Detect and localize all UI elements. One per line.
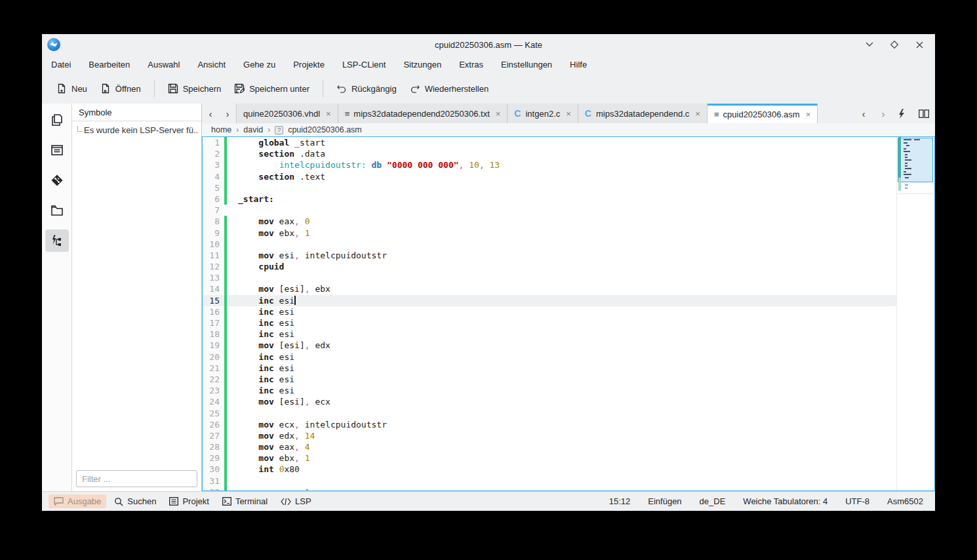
git-icon[interactable] [45, 169, 69, 191]
output-toolview-button[interactable]: Ausgabe [49, 494, 106, 508]
code-area[interactable]: 1 global _start2 section .data3 intelcpu… [203, 137, 896, 490]
terminal-toolview-button[interactable]: Terminal [217, 494, 273, 508]
breadcrumb-file[interactable]: cpuid20250306.asm [288, 125, 362, 134]
save-button[interactable]: Speichern [161, 79, 228, 98]
status-cursor-position[interactable]: 15:12 [609, 496, 631, 506]
text-file-icon: ≡ [714, 110, 719, 119]
status-tab-mode[interactable]: Weiche Tabulatoren: 4 [743, 496, 827, 506]
search-toolview-button[interactable]: Suchen [109, 494, 161, 508]
lsp-symbols-icon[interactable] [45, 230, 69, 252]
code-line-26[interactable]: 26 mov ecx, intelcpuidoutstr [203, 419, 896, 430]
menu-item-gehe-zu[interactable]: Gehe zu [243, 60, 275, 70]
undo-button[interactable]: Rückgängig [330, 79, 403, 98]
code-line-9[interactable]: 9 mov ebx, 1 [203, 228, 896, 239]
code-line-17[interactable]: 17 inc esi [203, 317, 896, 329]
lsp-toolview-button[interactable]: LSP [275, 494, 317, 508]
code-line-20[interactable]: 20 inc esi [203, 351, 896, 363]
code-line-21[interactable]: 21 inc esi [203, 363, 896, 374]
menu-item-datei[interactable]: Datei [51, 60, 71, 70]
minimap-code-mark [904, 142, 907, 144]
status-syntax-mode[interactable]: Asm6502 [887, 496, 923, 506]
code-line-23[interactable]: 23 inc esi [203, 385, 896, 396]
new-button[interactable]: Neu [50, 79, 94, 98]
status-dictionary[interactable]: de_DE [700, 496, 726, 506]
code-line-1[interactable]: 1 global _start [203, 137, 896, 148]
code-line-7[interactable]: 7 [203, 205, 896, 216]
tab-close-icon[interactable]: × [566, 109, 571, 119]
code-line-15[interactable]: 15 inc esi [203, 295, 896, 306]
line-number: 10 [203, 239, 222, 250]
tab-cpuid20250306-asm[interactable]: ≡cpuid20250306.asm× [708, 104, 818, 123]
minimap-viewport[interactable] [898, 138, 933, 182]
code-line-6[interactable]: 6_start: [203, 193, 896, 205]
code-line-30[interactable]: 30 int 0x80 [203, 464, 896, 475]
code-line-19[interactable]: 19 mov [esi], edx [203, 340, 896, 351]
documents-icon[interactable] [45, 109, 69, 131]
code-line-4[interactable]: 4 section .text [203, 171, 896, 182]
code-line-8[interactable]: 8 mov eax, 0 [203, 216, 896, 227]
open-button[interactable]: Öffnen [94, 79, 148, 98]
menu-item-projekte[interactable]: Projekte [293, 60, 325, 70]
tab-quine20250306-vhdl[interactable]: quine20250306.vhdl× [236, 104, 338, 123]
status-insert-mode[interactable]: Einfügen [648, 496, 681, 506]
menu-item-hilfe[interactable]: Hilfe [570, 60, 587, 70]
tab-close-icon[interactable]: × [496, 109, 501, 119]
breadcrumb-home[interactable]: home [211, 125, 231, 134]
code-line-12[interactable]: 12 cpuid [203, 261, 896, 272]
menu-item-sitzungen[interactable]: Sitzungen [403, 60, 441, 70]
code-line-18[interactable]: 18 inc esi [203, 329, 896, 340]
close-icon[interactable] [914, 39, 925, 50]
tab-close-icon[interactable]: × [326, 109, 331, 119]
code-line-29[interactable]: 29 mov ebx, 1 [203, 452, 896, 464]
tab-intgen2-c[interactable]: Cintgen2.c× [508, 104, 578, 123]
menu-item-einstellungen[interactable]: Einstellungen [501, 60, 552, 70]
maximize-icon[interactable] [889, 39, 900, 50]
editor-view[interactable]: 1 global _start2 section .data3 intelcpu… [202, 136, 935, 491]
project-toolview-button[interactable]: Projekt [164, 494, 214, 508]
tab-close-icon[interactable]: × [806, 110, 811, 119]
menu-item-bearbeiten[interactable]: Bearbeiten [89, 60, 130, 70]
code-line-22[interactable]: 22 inc esi [203, 374, 896, 385]
code-line-5[interactable]: 5 [203, 182, 896, 193]
code-line-16[interactable]: 16 inc esi [203, 306, 896, 317]
toolview-button-label: Terminal [235, 496, 268, 506]
menu-item-extras[interactable]: Extras [459, 60, 483, 70]
lsp-server-message[interactable]: Es wurde kein LSP-Server fü... [84, 125, 199, 135]
code-line-14[interactable]: 14 mov [esi], ebx [203, 283, 896, 294]
quick-open-icon[interactable] [894, 109, 909, 119]
tab-scroll-right-icon[interactable]: › [219, 104, 236, 123]
code-line-28[interactable]: 28 mov eax, 4 [203, 441, 896, 452]
outline-icon[interactable] [45, 139, 69, 161]
history-back-icon[interactable]: ‹ [855, 108, 872, 119]
save-as-button[interactable]: Speichern unter [228, 79, 316, 98]
menu-item-ansicht[interactable]: Ansicht [197, 60, 226, 70]
tab-close-icon[interactable]: × [695, 109, 700, 119]
split-view-icon[interactable] [917, 110, 931, 118]
menu-item-auswahl[interactable]: Auswahl [148, 60, 180, 70]
code-line-25[interactable]: 25 [203, 408, 896, 419]
tab-scroll-left-icon[interactable]: ‹ [202, 104, 219, 123]
status-encoding[interactable]: UTF-8 [845, 496, 869, 506]
menu-item-lsp-client[interactable]: LSP-CLient [342, 60, 386, 70]
code-line-27[interactable]: 27 mov edx, 14 [203, 430, 896, 441]
code-line-11[interactable]: 11 mov esi, intelcpuidoutstr [203, 250, 896, 261]
filesystem-icon[interactable] [45, 199, 69, 222]
line-number: 23 [203, 385, 222, 396]
titlebar[interactable]: cpuid20250306.asm — Kate [42, 34, 935, 55]
code-line-31[interactable]: 31 [203, 475, 896, 487]
code-line-24[interactable]: 24 mov [esi], ecx [203, 396, 896, 407]
code-line-2[interactable]: 2 section .data [203, 148, 896, 159]
line-number: 8 [203, 216, 222, 227]
code-line-13[interactable]: 13 [203, 272, 896, 283]
history-forward-icon[interactable]: › [875, 108, 892, 119]
tab-mips32datadependend-c[interactable]: Cmips32datadependend.c× [578, 104, 708, 123]
code-line-32[interactable]: 32 mov eax, 1 [203, 487, 896, 490]
code-line-3[interactable]: 3 intelcpuidoutstr: db "0000 000 000", 1… [203, 159, 896, 170]
breadcrumb-david[interactable]: david [243, 125, 263, 134]
tab-mips32datadependend20250306-txt[interactable]: ≡mips32datadependend20250306.txt× [338, 104, 508, 123]
code-line-10[interactable]: 10 [203, 239, 896, 250]
redo-button[interactable]: Wiederherstellen [403, 79, 496, 98]
minimap-scrollbar[interactable] [896, 137, 934, 490]
minimize-icon[interactable] [864, 39, 875, 50]
symbol-filter-input[interactable] [76, 470, 197, 487]
